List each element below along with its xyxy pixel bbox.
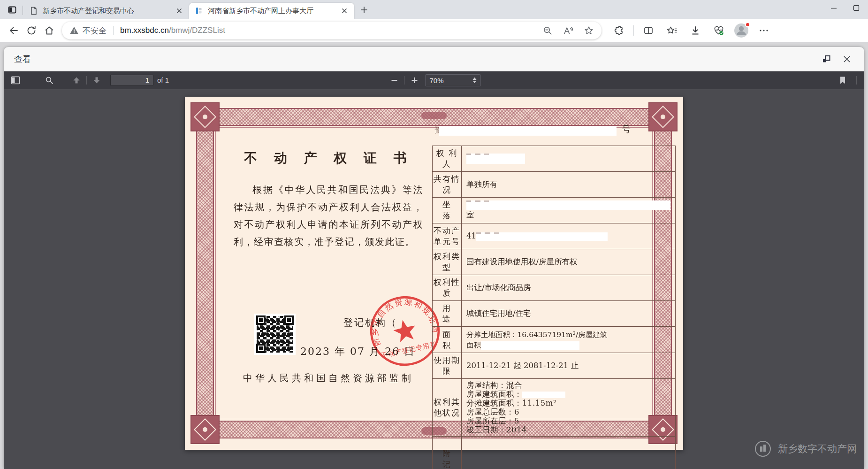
svg-text:新乡市自然资源和规划局: 新乡市自然资源和规划局 xyxy=(368,294,442,348)
official-red-seal: 新乡市自然资源和规划局 不动产登记专用章 xyxy=(368,294,442,368)
next-page-icon[interactable] xyxy=(90,74,104,87)
back-button[interactable] xyxy=(5,22,23,39)
tab-actions-icon xyxy=(8,5,17,15)
redaction-box xyxy=(481,341,579,350)
table-row: 权利其他状况 房屋结构：混合 房屋建筑面积： 分摊建筑面积：11.15m² 房屋… xyxy=(433,379,676,437)
open-in-new-window-icon[interactable] xyxy=(819,52,833,66)
refresh-button[interactable] xyxy=(23,22,40,39)
certificate-table: 权 利 人 共有情况 单独所有 坐 落 室 不动产单元号 41 权 xyxy=(432,146,676,469)
url-host: bm.xxsbdc.cn xyxy=(120,26,169,35)
border-ornament xyxy=(190,415,220,444)
certificate-body-text: 根据《中华人民共和国民法典》等法律法规，为保护不动产权利人合法权益，对不动产权利… xyxy=(234,181,423,251)
sidebar-toggle-icon[interactable] xyxy=(8,74,23,87)
home-button[interactable] xyxy=(40,22,58,39)
warning-icon xyxy=(69,26,79,35)
panel-header: 查看 xyxy=(4,47,864,71)
downloads-icon[interactable] xyxy=(686,22,704,39)
svg-text:不动产登记专用章: 不动产登记专用章 xyxy=(381,340,437,360)
table-row: 共有情况 单独所有 xyxy=(433,172,676,198)
previous-page-icon[interactable] xyxy=(69,74,84,87)
security-chip[interactable]: 不安全 xyxy=(69,25,107,36)
settings-menu-icon[interactable] xyxy=(755,22,773,39)
border-ornament xyxy=(190,102,220,131)
redaction-box xyxy=(522,392,565,398)
toolbar-right-icons xyxy=(610,22,773,39)
tab-close-icon[interactable] xyxy=(174,6,184,16)
read-aloud-icon[interactable] xyxy=(560,23,576,38)
url-text: bm.xxsbdc.cn/bmwj/DZZSList xyxy=(120,26,540,35)
tab-title: 新乡市不动产登记和交易中心 xyxy=(43,7,174,15)
redaction-box xyxy=(466,154,525,164)
favorite-star-icon[interactable] xyxy=(581,23,597,38)
collections-icon[interactable] xyxy=(663,22,681,39)
browser-essentials-icon[interactable] xyxy=(710,22,728,39)
toolbar-separator xyxy=(633,25,634,36)
minimize-button[interactable] xyxy=(830,5,837,11)
new-tab-button[interactable] xyxy=(357,3,371,17)
notification-dot xyxy=(745,22,750,27)
site-watermark: 新乡数字不动产网 xyxy=(754,440,857,457)
table-row: 不动产单元号 41 xyxy=(433,223,676,249)
close-panel-icon[interactable] xyxy=(840,52,854,66)
address-bar[interactable]: 不安全 bm.xxsbdc.cn/bmwj/DZZSList xyxy=(62,22,602,39)
table-row: 面 积 分摊土地面积：16.64357191m²/房屋建筑 面积 xyxy=(433,327,676,353)
panel-title: 查看 xyxy=(14,54,31,65)
pdf-toolbar: of 1 70% xyxy=(4,71,864,89)
pdf-preview-panel: 查看 of 1 xyxy=(4,47,864,469)
zoom-level-value: 70% xyxy=(430,77,444,85)
tab-close-icon[interactable] xyxy=(339,6,350,16)
zoom-out-page-icon[interactable] xyxy=(540,23,556,38)
zoom-level-select[interactable]: 70% xyxy=(426,74,481,86)
split-screen-icon[interactable] xyxy=(640,22,657,39)
tab-divider xyxy=(23,6,23,15)
table-row: 权利性质 出让/市场化商品房 xyxy=(433,275,676,301)
tab-xinxiang-center[interactable]: 新乡市不动产登记和交易中心 xyxy=(24,3,189,19)
url-separator xyxy=(113,26,114,35)
tab-bar: 新乡市不动产登记和交易中心 河南省新乡市不动产网上办事大厅 xyxy=(0,0,868,19)
table-row: 坐 落 室 xyxy=(433,198,676,223)
select-caret-icon xyxy=(473,77,477,83)
window-controls xyxy=(830,0,863,16)
find-icon[interactable] xyxy=(42,74,56,87)
zoom-out-icon[interactable] xyxy=(388,74,402,87)
zoom-in-icon[interactable] xyxy=(408,74,422,87)
watermark-logo-icon xyxy=(754,440,771,457)
bookmark-icon[interactable] xyxy=(836,74,850,87)
certificate-page: 豫 （2 ） 第 号 不 动 产 权 证 书 根据《中华人民共和国民法典》等法律… xyxy=(185,97,683,450)
table-row: 附 记 xyxy=(433,437,676,469)
url-path: /bmwj/DZZSList xyxy=(169,26,225,35)
table-row: 权 利 人 xyxy=(433,146,676,172)
site-favicon xyxy=(195,7,203,15)
document-icon xyxy=(30,7,38,15)
border-ornament xyxy=(421,112,447,119)
redaction-box xyxy=(466,200,670,210)
qr-code xyxy=(254,314,296,355)
issuing-authority-footer: 中华人民共和国自然资源部监制 xyxy=(230,372,427,384)
table-row: 权利类型 国有建设用地使用权/房屋所有权 xyxy=(433,249,676,275)
table-row: 用 途 城镇住宅用地/住宅 xyxy=(433,301,676,327)
redaction-box xyxy=(476,232,608,241)
pdf-viewer[interactable]: 豫 （2 ） 第 号 不 动 产 权 证 书 根据《中华人民共和国民法典》等法律… xyxy=(4,89,864,469)
security-label: 不安全 xyxy=(83,25,107,36)
profile-avatar[interactable] xyxy=(733,23,749,38)
certificate-title: 不 动 产 权 证 书 xyxy=(234,149,423,167)
tab-henan-hall[interactable]: 河南省新乡市不动产网上办事大厅 xyxy=(189,3,354,19)
tab-actions-menu-button[interactable] xyxy=(3,2,22,18)
border-ornament xyxy=(648,102,678,131)
extensions-icon[interactable] xyxy=(610,22,628,39)
page-count-label: of 1 xyxy=(157,76,169,84)
page-number-input[interactable] xyxy=(110,75,153,86)
table-row: 使用期限 2011-12-21 起 2081-12-21 止 xyxy=(433,353,676,379)
serial-suffix: 号 xyxy=(622,123,631,136)
certificate-serial: 豫 （2 ） 第 号 xyxy=(434,123,651,137)
redaction-box xyxy=(439,126,617,136)
tab-title: 河南省新乡市不动产网上办事大厅 xyxy=(208,7,339,15)
watermark-label: 新乡数字不动产网 xyxy=(778,442,857,455)
maximize-button[interactable] xyxy=(853,5,860,11)
browser-toolbar: 不安全 bm.xxsbdc.cn/bmwj/DZZSList xyxy=(0,19,868,42)
